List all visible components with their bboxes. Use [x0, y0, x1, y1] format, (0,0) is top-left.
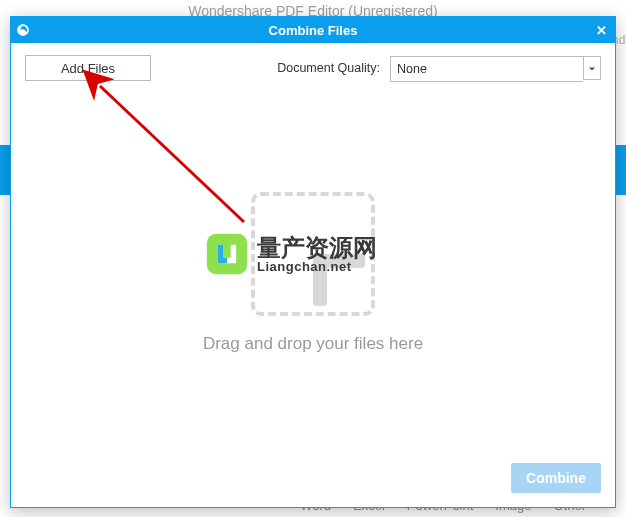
app-logo-icon	[11, 23, 35, 37]
close-icon: ✕	[596, 23, 607, 38]
dialog-title: Combine Files	[11, 23, 615, 38]
document-quality-label: Document Quality:	[277, 61, 380, 75]
dialog-top-row: Add Files Document Quality: None	[25, 55, 601, 81]
chevron-down-icon	[588, 59, 596, 77]
document-quality-select[interactable]: None	[390, 56, 601, 80]
combine-button[interactable]: Combine	[511, 463, 601, 493]
dialog-footer: Combine	[25, 453, 601, 493]
drop-area-text: Drag and drop your files here	[203, 334, 423, 354]
dialog-titlebar[interactable]: Combine Files ✕	[11, 17, 615, 43]
document-quality-value: None	[390, 56, 583, 82]
dialog-body: Add Files Document Quality: None Drag an…	[11, 43, 615, 507]
add-files-button[interactable]: Add Files	[25, 55, 151, 81]
document-quality-dropdown-arrow[interactable]	[583, 56, 601, 80]
drop-area[interactable]: Drag and drop your files here	[25, 93, 601, 453]
drop-placeholder-icon	[251, 192, 375, 316]
close-button[interactable]: ✕	[589, 19, 613, 41]
combine-files-dialog: Combine Files ✕ Add Files Document Quali…	[10, 16, 616, 508]
